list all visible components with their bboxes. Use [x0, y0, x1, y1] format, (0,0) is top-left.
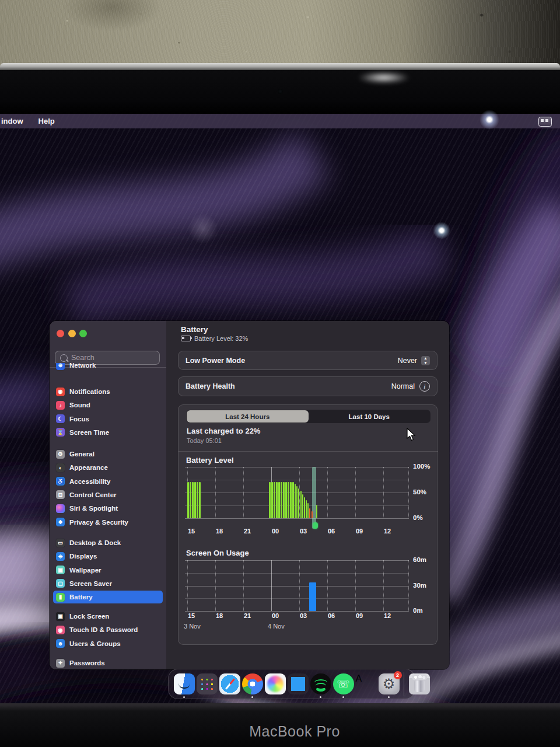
menu-item-window[interactable]: indow: [1, 117, 23, 125]
screen-time-icon: ⌛: [56, 428, 65, 437]
x-axis-label: 09: [352, 612, 367, 619]
dock-icon-app-store[interactable]: A: [356, 673, 377, 694]
gridline-v: [408, 560, 409, 611]
dock-icon-spotify[interactable]: [310, 673, 331, 694]
x-axis-label: 15: [184, 612, 199, 619]
tab-last-24-hours[interactable]: Last 24 Hours: [187, 410, 309, 423]
sidebar-item-label: General: [69, 451, 94, 458]
dock-icon-settings[interactable]: ⚙2: [379, 673, 400, 694]
sidebar-item-label: Lock Screen: [69, 613, 109, 620]
sidebar-item-battery[interactable]: ▮Battery: [53, 591, 163, 603]
sidebar-item-screen-time[interactable]: ⌛Screen Time: [53, 426, 163, 439]
low-power-mode-select[interactable]: ▲▼: [421, 356, 430, 365]
x-axis-label: 03: [296, 528, 311, 535]
close-button[interactable]: [57, 330, 64, 337]
battery-health-row: Battery Health Normal i: [178, 376, 438, 396]
chart-bar: [278, 482, 280, 518]
appearance-icon: ◐: [56, 463, 65, 472]
sidebar-item-wallpaper[interactable]: ▣Wallpaper: [53, 564, 163, 577]
gridline-h: [185, 518, 409, 519]
battery-health-info-button[interactable]: i: [419, 381, 430, 392]
sidebar-item-control-center[interactable]: ⊟Control Center: [53, 488, 163, 501]
gridline-h: [185, 467, 409, 467]
sidebar-item-label: Touch ID & Password: [69, 626, 138, 633]
sidebar-item-appearance[interactable]: ◐Appearance: [53, 461, 163, 474]
sidebar-item-network[interactable]: ⊕Network: [53, 363, 163, 372]
dock-icon-trash[interactable]: [409, 673, 430, 694]
time-range-tabs: Last 24 Hours Last 10 Days: [186, 410, 430, 423]
chart-bar: [269, 482, 271, 518]
x-axis-label: 12: [380, 612, 395, 619]
sidebar-item-label: Appearance: [69, 464, 108, 471]
input-source-icon[interactable]: [538, 117, 552, 127]
chart-bar: [309, 582, 316, 611]
wallpaper-icon: ▣: [56, 566, 65, 574]
dock-divider: [404, 672, 404, 696]
gridline-v: [327, 467, 328, 518]
sidebar-item-lock-screen[interactable]: ▣Lock Screen: [53, 610, 163, 623]
macos-screen: indow Help Search ⊕Network◉Notifications…: [0, 114, 560, 703]
dock-icon-vscode[interactable]: [288, 673, 309, 694]
sidebar-item-focus[interactable]: ☾Focus: [53, 413, 163, 425]
gridline-v: [215, 560, 216, 611]
sidebar-item-label: Network: [69, 363, 96, 369]
tab-last-10-days[interactable]: Last 10 Days: [309, 410, 430, 423]
battery-pane: Battery Battery Level: 32% Low Power Mod…: [166, 321, 449, 669]
sidebar-item-label: Focus: [69, 416, 89, 423]
gridline-h: [185, 611, 409, 612]
low-power-mode-value: Never: [398, 357, 417, 365]
sidebar-item-desktop-dock[interactable]: ▭Desktop & Dock: [53, 536, 163, 549]
sidebar-item-sound[interactable]: ♪Sound: [53, 399, 163, 411]
zoom-button[interactable]: [79, 330, 87, 337]
battery-usage-card: Last 24 Hours Last 10 Days Last charged …: [178, 404, 438, 645]
dock: ☏A⚙2: [168, 669, 415, 699]
sidebar-item-displays[interactable]: ☀Displays: [53, 550, 163, 563]
lock-screen-icon: ▣: [56, 612, 65, 621]
users-groups-icon: ☻: [56, 639, 65, 648]
sidebar-item-users-groups[interactable]: ☻Users & Groups: [53, 637, 163, 650]
chart-bar: [274, 482, 275, 518]
dock-icon-photos[interactable]: [265, 673, 286, 694]
sidebar-item-siri-spotlight[interactable]: Siri & Spotlight: [53, 502, 163, 515]
passwords-icon: ✦: [56, 659, 65, 668]
menu-bar: indow Help: [0, 114, 560, 128]
minimize-button[interactable]: [68, 330, 76, 337]
accessibility-icon: ♿: [56, 477, 65, 486]
screen-on-usage-chart: [185, 560, 409, 611]
sidebar-item-label: Battery: [69, 594, 93, 601]
x-axis-label: 09: [352, 528, 367, 535]
mouse-cursor: [407, 428, 416, 442]
sidebar-item-touch-id-password[interactable]: ◉Touch ID & Password: [53, 623, 163, 636]
dock-icon-whatsapp[interactable]: ☏: [333, 673, 354, 694]
dock-icon-finder[interactable]: [174, 673, 195, 694]
battery-health-value: Normal: [391, 382, 415, 390]
sidebar-item-general[interactable]: ⚙General: [53, 448, 163, 460]
menu-item-help[interactable]: Help: [38, 117, 55, 125]
sidebar-item-privacy-security[interactable]: ❖Privacy & Security: [53, 516, 163, 529]
x-axis-label: 15: [184, 528, 199, 535]
low-power-mode-row: Low Power Mode Never ▲▼: [178, 351, 438, 370]
concrete-wall-background: [0, 0, 560, 69]
gridline-v: [271, 560, 272, 611]
dock-icon-safari[interactable]: [219, 673, 240, 694]
x-axis-label: 00: [268, 612, 283, 619]
sidebar-item-accessibility[interactable]: ♿Accessibility: [53, 475, 163, 488]
chart-bar: [197, 482, 198, 518]
sidebar-item-label: Screen Saver: [69, 580, 112, 587]
chart-bar: [281, 482, 282, 518]
notifications-icon: ◉: [56, 388, 65, 396]
sidebar-item-passwords[interactable]: ✦Passwords: [53, 657, 163, 669]
dock-icon-launchpad[interactable]: [197, 673, 218, 694]
dock-icon-chrome[interactable]: [242, 673, 263, 694]
sidebar-item-label: Accessibility: [69, 478, 110, 485]
card-divider: [178, 451, 438, 452]
screen-saver-icon: ▢: [56, 579, 65, 588]
sidebar-item-notifications[interactable]: ◉Notifications: [53, 385, 163, 398]
search-placeholder: Search: [71, 354, 94, 362]
system-settings-window: Search ⊕Network◉Notifications♪Sound☾Focu…: [50, 321, 449, 669]
chart-bar: [304, 497, 305, 518]
displays-icon: ☀: [56, 552, 65, 561]
current-time-highlight: [312, 467, 316, 529]
sidebar-item-screen-saver[interactable]: ▢Screen Saver: [53, 577, 163, 590]
chart-bar: [300, 491, 302, 518]
